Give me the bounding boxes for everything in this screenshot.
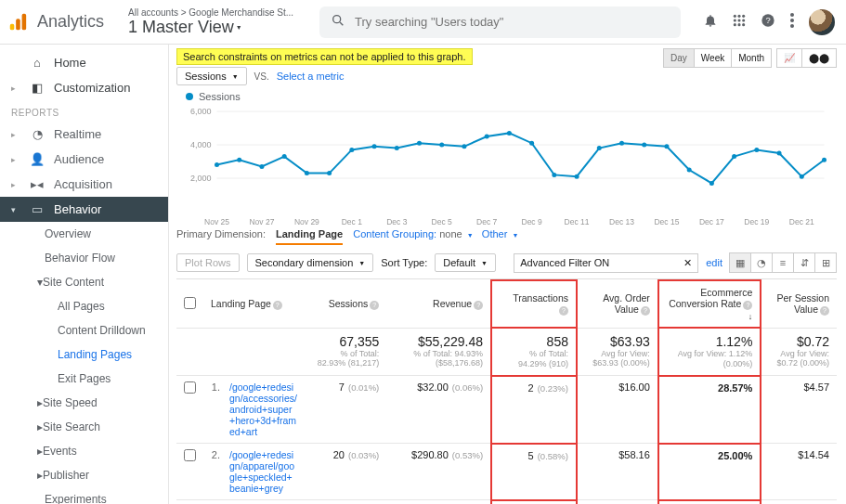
search-input[interactable] — [355, 15, 670, 29]
notifications-icon[interactable] — [703, 13, 718, 31]
granularity-month[interactable]: Month — [731, 48, 772, 68]
svg-point-39 — [529, 141, 534, 146]
acquisition-icon: ▸◂ — [30, 177, 45, 191]
clear-filter-icon[interactable]: ✕ — [683, 257, 692, 269]
landing-page-link[interactable]: /google+redesign/apparel/google+speckled… — [229, 449, 297, 494]
svg-point-44 — [642, 143, 646, 148]
nav-content-drilldown[interactable]: Content Drilldown — [0, 318, 168, 342]
svg-text:Dec 7: Dec 7 — [476, 217, 497, 226]
reports-label: REPORTS — [0, 100, 168, 122]
clock-icon: ◔ — [30, 127, 45, 141]
dim-content-grouping[interactable]: Content Grouping: none ▼ — [353, 228, 473, 239]
nav-landing-pages[interactable]: Landing Pages — [0, 342, 168, 367]
nav-acquisition[interactable]: ▸▸◂Acquisition — [0, 172, 168, 197]
svg-point-32 — [372, 144, 377, 149]
apps-icon[interactable] — [733, 14, 746, 30]
svg-point-47 — [709, 181, 714, 186]
nav-events[interactable]: ▸ Events — [0, 439, 168, 463]
select-metric-link[interactable]: Select a metric — [277, 71, 345, 82]
svg-point-30 — [327, 171, 332, 175]
row-checkbox[interactable] — [184, 449, 196, 461]
granularity-week[interactable]: Week — [694, 48, 732, 68]
product-name: Analytics — [37, 12, 104, 32]
nav-audience[interactable]: ▸👤Audience — [0, 147, 168, 172]
search-bar[interactable] — [319, 6, 681, 38]
col-ecr[interactable]: Ecommerce Conversion Rate?↓ — [658, 280, 761, 328]
granularity-day[interactable]: Day — [663, 48, 695, 68]
nav-behavior[interactable]: ▾▭Behavior — [0, 197, 168, 222]
nav-exit-pages[interactable]: Exit Pages — [0, 367, 168, 391]
nav-customization[interactable]: ▸◧Customization — [0, 75, 168, 100]
sort-type-select[interactable]: Default ▼ — [435, 253, 496, 272]
svg-text:Dec 9: Dec 9 — [522, 217, 542, 226]
view-pivot-icon[interactable]: ⊞ — [814, 252, 837, 273]
sidebar: ⌂Home ▸◧Customization REPORTS ▸◔Realtime… — [0, 45, 169, 504]
chart-line-icon[interactable]: 📈 — [776, 48, 802, 68]
view-percentage-icon[interactable]: ◔ — [750, 252, 773, 273]
account-breadcrumb: All accounts > Google Merchandise St... — [128, 7, 305, 18]
person-icon: 👤 — [30, 152, 45, 166]
svg-point-25 — [215, 162, 219, 167]
svg-point-17 — [790, 19, 794, 22]
view-toggles: ▦ ◔ ≡ ⇵ ⊞ — [730, 252, 837, 273]
col-revenue[interactable]: Revenue? — [386, 280, 491, 328]
edit-filter-link[interactable]: edit — [706, 257, 722, 268]
svg-point-46 — [687, 168, 692, 173]
advanced-filter[interactable]: Advanced Filter ON✕ — [514, 253, 698, 273]
search-icon — [331, 13, 345, 32]
col-transactions[interactable]: Transactions? — [491, 280, 577, 328]
col-aov[interactable]: Avg. Order Value? — [577, 280, 658, 328]
dim-other[interactable]: Other ▼ — [482, 228, 519, 239]
more-icon[interactable] — [790, 13, 794, 31]
nav-home[interactable]: ⌂Home — [0, 50, 168, 75]
nav-site-search[interactable]: ▸ Site Search — [0, 415, 168, 439]
svg-text:Nov 27: Nov 27 — [249, 217, 274, 226]
col-landing-page[interactable]: Landing Page? — [203, 280, 305, 328]
svg-point-41 — [575, 174, 579, 179]
view-comparison-icon[interactable]: ⇵ — [793, 252, 815, 273]
table-row: 3. /google+redesign/apparel/google+beeke… — [176, 500, 837, 504]
row-checkbox[interactable] — [184, 381, 196, 394]
metric-selector[interactable]: Sessions▼ — [176, 67, 247, 85]
view-performance-icon[interactable]: ≡ — [772, 252, 794, 273]
secondary-dimension[interactable]: Secondary dimension ▼ — [247, 253, 374, 272]
svg-point-11 — [734, 23, 736, 26]
account-selector[interactable]: All accounts > Google Merchandise St... … — [128, 7, 305, 37]
summary-row: 67,355% of Total: 82.93% (81,217) $55,22… — [176, 328, 837, 376]
svg-point-34 — [417, 141, 422, 146]
table-row: 2. /google+redesign/apparel/google+speck… — [176, 444, 837, 500]
header-icons: ? — [703, 9, 835, 35]
nav-site-content[interactable]: ▾ Site Content — [0, 270, 168, 294]
landing-page-link[interactable]: /google+redesign/accessories/android+sup… — [229, 381, 297, 437]
nav-realtime[interactable]: ▸◔Realtime — [0, 122, 168, 147]
svg-point-8 — [734, 19, 736, 21]
view-table-icon[interactable]: ▦ — [729, 252, 751, 273]
col-per-session[interactable]: Per Session Value? — [761, 280, 837, 328]
data-table: Landing Page? Sessions? Revenue? Transac… — [176, 278, 837, 504]
svg-rect-2 — [22, 13, 27, 29]
svg-point-37 — [485, 135, 489, 139]
line-chart[interactable]: 2,0004,0006,000Nov 25Nov 27Nov 29Dec 1De… — [176, 108, 837, 228]
svg-point-48 — [732, 154, 736, 159]
svg-point-43 — [619, 141, 624, 146]
svg-point-45 — [664, 144, 669, 149]
col-sessions[interactable]: Sessions? — [305, 280, 386, 328]
nav-all-pages[interactable]: All Pages — [0, 294, 168, 318]
select-all-checkbox[interactable] — [184, 297, 196, 309]
user-avatar[interactable] — [809, 9, 835, 35]
nav-behavior-flow[interactable]: Behavior Flow — [0, 246, 168, 270]
chart-motion-icon[interactable]: ⬤⬤ — [801, 48, 837, 68]
help-icon[interactable]: ? — [761, 13, 775, 31]
nav-site-speed[interactable]: ▸ Site Speed — [0, 391, 168, 415]
legend-label: Sessions — [199, 91, 241, 102]
nav-experiments[interactable]: Experiments — [0, 487, 168, 504]
nav-overview[interactable]: Overview — [0, 222, 168, 246]
warning-banner: Search constraints on metrics can not be… — [176, 48, 473, 65]
nav-publisher[interactable]: ▸ Publisher — [0, 463, 168, 487]
dim-landing-page[interactable]: Landing Page — [276, 228, 343, 245]
svg-point-9 — [737, 19, 740, 21]
app-header: Analytics All accounts > Google Merchand… — [0, 0, 846, 45]
content: Search constraints on metrics can not be… — [169, 45, 846, 504]
plot-rows-button[interactable]: Plot Rows — [176, 253, 240, 272]
svg-point-28 — [282, 154, 287, 159]
